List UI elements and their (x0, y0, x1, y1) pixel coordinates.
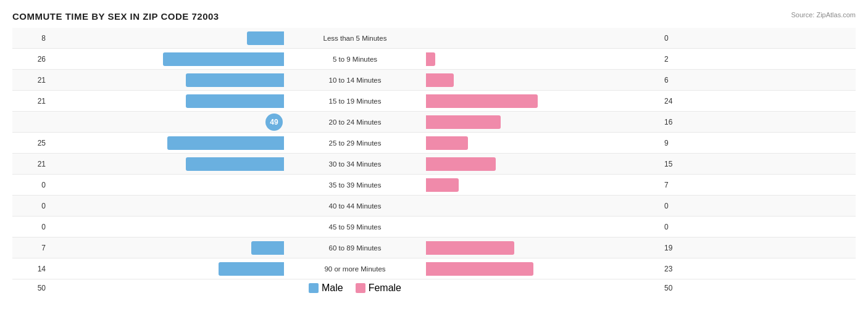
male-value: 8 (12, 34, 49, 43)
legend-female-label: Female (369, 283, 401, 294)
right-bar-container (426, 157, 661, 171)
row-label: 45 to 59 Minutes (284, 223, 426, 231)
male-bar (186, 94, 284, 108)
table-row: 49 20 to 24 Minutes 16 (12, 112, 856, 133)
row-label: 25 to 29 Minutes (284, 139, 426, 147)
right-bar-container (426, 115, 661, 129)
right-bar-container (426, 241, 661, 255)
right-bar-container (426, 31, 661, 45)
female-value: 0 (661, 223, 698, 231)
row-label: 90 or more Minutes (284, 265, 426, 273)
left-bar-container (49, 178, 284, 192)
male-value: 0 (12, 181, 49, 189)
axis-bottom-left: 50 (12, 284, 49, 292)
table-row: 21 15 to 19 Minutes 24 (12, 91, 856, 112)
row-label: 60 to 89 Minutes (284, 244, 426, 252)
male-value: 21 (12, 76, 49, 85)
male-bar (247, 31, 284, 45)
circle-value: 49 (265, 114, 283, 131)
table-row: 25 25 to 29 Minutes 9 (12, 133, 856, 154)
female-value: 0 (661, 202, 698, 210)
right-bar-container (426, 136, 661, 150)
left-bar-container (49, 73, 284, 87)
left-bar-container (49, 262, 284, 276)
left-bar-container (49, 241, 284, 255)
male-value: 0 (12, 223, 49, 231)
left-bar-container (49, 157, 284, 171)
female-bar (426, 52, 435, 66)
female-value: 9 (661, 139, 698, 147)
male-bar (163, 52, 284, 66)
source-label: Source: ZipAtlas.com (791, 11, 856, 19)
male-bar (186, 157, 284, 171)
female-value: 15 (661, 160, 698, 168)
male-bar (251, 241, 284, 255)
table-row: 14 90 or more Minutes 23 (12, 258, 856, 279)
female-bar (426, 136, 468, 150)
left-bar-container (49, 52, 284, 66)
left-bar-container (49, 94, 284, 108)
legend-male-label: Male (322, 283, 343, 294)
left-bar-container (49, 136, 284, 150)
table-row: 8 Less than 5 Minutes 0 (12, 28, 856, 49)
male-value: 7 (12, 244, 49, 252)
female-value: 0 (661, 34, 698, 43)
row-label: 10 to 14 Minutes (284, 76, 426, 84)
table-row: 0 35 to 39 Minutes 7 (12, 175, 856, 196)
female-value: 19 (661, 244, 698, 252)
male-value: 0 (12, 202, 49, 210)
male-value: 26 (12, 55, 49, 64)
left-bar-container: 49 (49, 114, 284, 131)
female-bar (426, 262, 533, 276)
chart-title: COMMUTE TIME BY SEX IN ZIP CODE 72003 (12, 11, 856, 22)
female-value: 2 (661, 55, 698, 64)
row-label: 35 to 39 Minutes (284, 181, 426, 189)
male-bar (219, 262, 284, 276)
row-label: 15 to 19 Minutes (284, 97, 426, 105)
axis-bottom-right: 50 (661, 284, 698, 292)
right-bar-container (426, 262, 661, 276)
male-value: 14 (12, 265, 49, 273)
right-bar-container (426, 199, 661, 213)
right-bar-container (426, 178, 661, 192)
female-value: 24 (661, 97, 698, 105)
female-value: 23 (661, 265, 698, 273)
female-value: 6 (661, 76, 698, 85)
table-row: 26 5 to 9 Minutes 2 (12, 49, 856, 70)
female-bar (426, 178, 459, 192)
row-label: 20 to 24 Minutes (284, 118, 426, 126)
female-bar (426, 115, 501, 129)
left-bar-container (49, 220, 284, 234)
right-bar-container (426, 220, 661, 234)
table-row: 0 45 to 59 Minutes 0 (12, 217, 856, 237)
bottom-axis: 50 Male Female 50 (12, 283, 856, 294)
female-bar (426, 157, 496, 171)
female-bar (426, 241, 514, 255)
table-row: 21 10 to 14 Minutes 6 (12, 70, 856, 91)
legend-female: Female (356, 283, 401, 294)
left-bar-container (49, 31, 284, 45)
table-row: 0 40 to 44 Minutes 0 (12, 196, 856, 217)
chart-area: 8 Less than 5 Minutes 0 26 5 to 9 Minute… (12, 28, 856, 280)
female-value: 7 (661, 181, 698, 189)
right-bar-container (426, 94, 661, 108)
legend-female-box (356, 283, 365, 293)
right-bar-container (426, 73, 661, 87)
right-bar-container (426, 52, 661, 66)
legend-male: Male (309, 283, 343, 294)
female-bar (426, 73, 454, 87)
table-row: 7 60 to 89 Minutes 19 (12, 237, 856, 258)
male-bar (186, 73, 284, 87)
row-label: 30 to 34 Minutes (284, 160, 426, 168)
female-bar (426, 94, 538, 108)
left-bar-container (49, 199, 284, 213)
male-value: 21 (12, 160, 49, 168)
female-value: 16 (661, 118, 698, 126)
legend-male-box (309, 283, 319, 293)
row-label: 5 to 9 Minutes (284, 56, 426, 63)
male-value: 25 (12, 139, 49, 147)
male-bar (167, 136, 284, 150)
row-label: 40 to 44 Minutes (284, 202, 426, 210)
chart-container: COMMUTE TIME BY SEX IN ZIP CODE 72003 So… (0, 0, 868, 322)
male-value: 21 (12, 97, 49, 105)
